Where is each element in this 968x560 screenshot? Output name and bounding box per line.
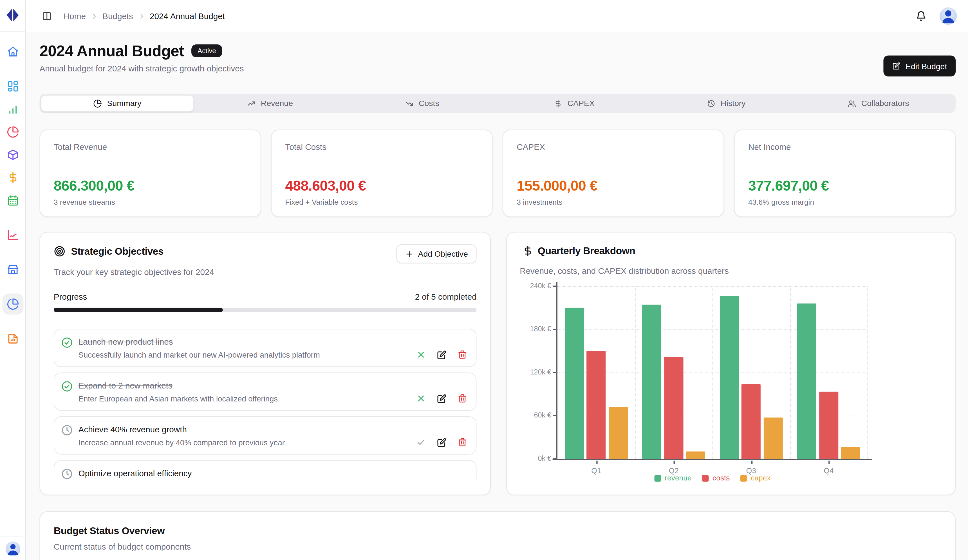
clock-icon — [61, 424, 73, 454]
sidebar-item-calendar[interactable] — [2, 190, 23, 211]
delete-objective-button[interactable] — [457, 437, 467, 447]
stat-sub: 3 investments — [517, 198, 710, 206]
objective-item: Launch new product linesSuccessfully lau… — [54, 329, 477, 367]
objective-item: Optimize operational efficiency — [54, 460, 477, 479]
dollar-sign-icon — [554, 99, 562, 108]
pie-chart-icon — [93, 99, 102, 108]
sidebar-item-pie-chart-active[interactable] — [2, 294, 23, 315]
chevron-right-icon — [90, 12, 98, 20]
gridline — [713, 286, 713, 459]
tab-collaborators[interactable]: Collaborators — [802, 95, 954, 112]
stat-sub: 3 revenue streams — [54, 198, 247, 206]
status-subtitle: Current status of budget components — [54, 542, 941, 551]
objective-title: Achieve 40% revenue growth — [78, 425, 411, 434]
y-axis-tick — [553, 329, 556, 330]
objective-texts: Achieve 40% revenue growthIncrease annua… — [78, 424, 411, 454]
progress-label: Progress — [54, 292, 87, 302]
progress-count: 2 of 5 completed — [415, 292, 477, 302]
edit-budget-button[interactable]: Edit Budget — [883, 55, 956, 76]
check-circle-icon — [61, 381, 73, 410]
calendar-icon — [7, 194, 19, 206]
legend-swatch — [654, 474, 661, 481]
chart-title: Quarterly Breakdown — [538, 245, 635, 256]
objective-texts: Optimize operational efficiency — [78, 468, 411, 479]
history-icon — [707, 99, 716, 108]
sidebar-item-bar-chart[interactable] — [2, 99, 23, 120]
chart-bar-costs-q4 — [819, 392, 838, 459]
breadcrumb-budgets[interactable]: Budgets — [103, 12, 133, 21]
delete-objective-button[interactable] — [457, 350, 467, 360]
tab-label: CAPEX — [567, 99, 595, 108]
sidebar-item-layout-dashboard[interactable] — [2, 76, 23, 97]
y-axis-label: 180k € — [515, 325, 551, 332]
add-objective-button[interactable]: Add Objective — [396, 244, 477, 263]
page-title: 2024 Annual Budget — [40, 42, 184, 60]
sidebar-toggle-icon[interactable] — [42, 11, 52, 21]
breadcrumb: HomeBudgets2024 Annual Budget — [64, 12, 225, 21]
tab-history[interactable]: History — [650, 95, 802, 112]
stat-sub: Fixed + Variable costs — [285, 198, 479, 206]
sidebar-item-pie-chart[interactable] — [2, 121, 23, 142]
y-axis-label: 0k € — [515, 454, 551, 462]
sidebar-item-line-chart[interactable] — [2, 225, 23, 246]
chart-subtitle: Revenue, costs, and CAPEX distribution a… — [520, 266, 729, 276]
objective-title: Optimize operational efficiency — [78, 469, 411, 478]
page-subtitle: Annual budget for 2024 with strategic gr… — [40, 64, 956, 73]
tab-label: Collaborators — [861, 99, 909, 108]
edit-objective-button[interactable] — [436, 393, 447, 404]
chart-bar-costs-q1 — [587, 351, 606, 459]
sidebar-item-box[interactable] — [2, 144, 23, 165]
mark-incomplete-button[interactable] — [416, 393, 426, 403]
chart-bar-revenue-q1 — [565, 308, 584, 459]
sidebar-user-avatar[interactable] — [5, 541, 20, 556]
edit-objective-button[interactable] — [436, 349, 447, 360]
chart-bar-costs-q3 — [741, 384, 761, 459]
legend-label: revenue — [665, 474, 691, 482]
chart-bar-capex-q1 — [609, 407, 628, 459]
stat-label: Total Revenue — [54, 142, 247, 152]
bar-chart-icon — [7, 103, 19, 115]
legend-swatch — [740, 474, 747, 481]
line-chart-icon — [7, 229, 19, 241]
delete-objective-button[interactable] — [457, 393, 467, 403]
plus-icon — [405, 249, 414, 258]
status-badge: Active — [191, 45, 222, 57]
breadcrumb-home[interactable]: Home — [64, 12, 86, 21]
tab-costs[interactable]: Costs — [346, 95, 498, 112]
objective-description: Enter European and Asian markets with lo… — [78, 395, 411, 403]
chart-bar-revenue-q2 — [642, 305, 661, 459]
stat-value: 866.300,00 € — [54, 178, 247, 194]
trending-up-icon — [247, 99, 256, 108]
tab-revenue[interactable]: Revenue — [194, 95, 346, 112]
tab-capex[interactable]: CAPEX — [498, 95, 650, 112]
sidebar — [0, 0, 26, 560]
dollar-icon — [522, 245, 533, 256]
notifications-bell-icon[interactable] — [916, 10, 927, 21]
chart-header: Quarterly Breakdown — [522, 245, 635, 256]
mark-complete-button[interactable] — [416, 437, 426, 447]
objective-item: Expand to 2 new marketsEnter European an… — [54, 372, 477, 411]
y-axis — [556, 282, 557, 460]
tab-label: Summary — [107, 99, 141, 108]
app-logo — [6, 8, 19, 22]
stat-value: 488.603,00 € — [285, 178, 479, 194]
tab-summary[interactable]: Summary — [41, 95, 194, 112]
tab-label: Revenue — [261, 99, 293, 108]
legend-item-costs: costs — [702, 474, 730, 482]
sidebar-item-dollar-sign[interactable] — [2, 167, 23, 188]
mark-incomplete-button[interactable] — [416, 350, 426, 360]
legend-item-revenue: revenue — [654, 474, 691, 482]
objectives-list[interactable]: Launch new product linesSuccessfully lau… — [54, 329, 477, 479]
box-icon — [7, 149, 19, 161]
store-icon — [7, 263, 19, 276]
app-window: HomeBudgets2024 Annual Budget 2024 Annua… — [0, 0, 968, 560]
user-avatar[interactable] — [940, 7, 957, 25]
sidebar-item-store[interactable] — [2, 259, 23, 280]
sidebar-item-file-chart[interactable] — [2, 328, 23, 349]
stat-card: Total Costs488.603,00 €Fixed + Variable … — [271, 130, 493, 217]
x-axis-tick — [674, 461, 675, 464]
objective-actions — [416, 468, 467, 479]
chart-legend: revenuecostscapex — [557, 474, 867, 482]
edit-objective-button[interactable] — [436, 437, 447, 447]
sidebar-item-home[interactable] — [2, 41, 23, 63]
